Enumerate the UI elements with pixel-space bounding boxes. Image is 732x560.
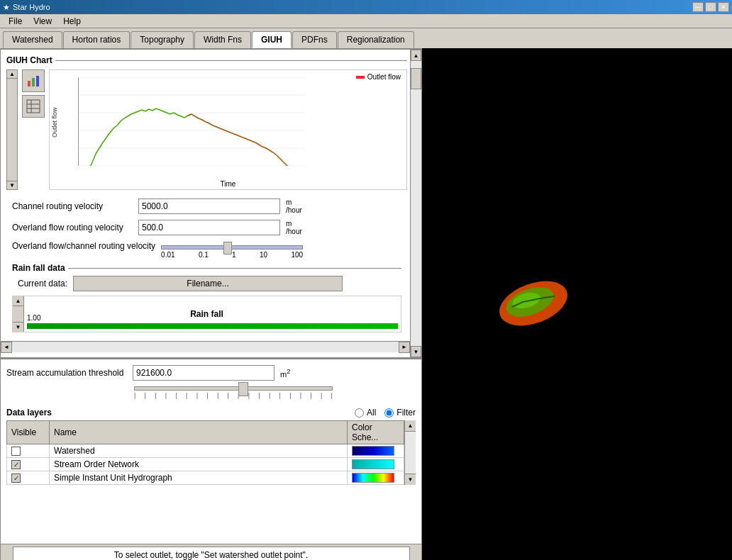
channel-routing-input[interactable] (138, 198, 280, 214)
rainfall-bar-label: Rain fall (190, 309, 223, 319)
rainfall-scroll-down[interactable]: ▼ (13, 322, 23, 332)
table-row: ✓ Stream Order Network (7, 458, 404, 471)
h-scroll-left[interactable]: ◄ (1, 342, 12, 353)
stream-slider-ticks: |||||||||||||||||||| (134, 392, 333, 399)
layers-table: Visible Name Color Sche... Watershed (6, 420, 404, 485)
scrollbar-up-btn[interactable]: ▲ (411, 50, 421, 61)
current-data-label: Current data: (18, 279, 67, 289)
rainfall-scroll-arrows: ▲ ▼ (13, 296, 24, 332)
giuh-chart-title: GIUH Chart (6, 55, 407, 65)
tab-topography[interactable]: Topography (131, 31, 194, 48)
chart-bar-icon[interactable] (22, 69, 45, 92)
stream-input[interactable] (133, 365, 274, 381)
bottom-section: Stream accumulation threshold m2 |||||||… (1, 359, 421, 560)
filename-button[interactable]: Filename... (73, 276, 343, 291)
chart-sidebar (21, 69, 46, 190)
menu-file[interactable]: File (3, 15, 28, 28)
radio-filter-input[interactable] (384, 408, 394, 418)
col-name: Name (50, 421, 348, 444)
overland-slider-thumb[interactable] (223, 242, 232, 254)
scrollbar-track[interactable] (411, 61, 421, 346)
status-bar: To select outlet, toggle "Set watershed … (1, 544, 421, 560)
stream-label: Stream accumulation threshold (6, 368, 127, 378)
close-button[interactable]: ✕ (718, 2, 729, 12)
color-swatch-stream (352, 459, 394, 469)
color-cell-3 (348, 471, 404, 485)
giuh-section: GIUH Chart ▲ ▼ (1, 50, 421, 341)
title-bar: ★ Star Hydro — □ ✕ (0, 0, 732, 14)
svg-rect-1 (32, 78, 35, 86)
svg-text:2: 2 (189, 174, 193, 180)
minimize-button[interactable]: — (692, 2, 704, 12)
radio-all[interactable]: All (355, 408, 376, 418)
visible-cell-3[interactable]: ✓ (7, 471, 50, 485)
radio-filter[interactable]: Filter (384, 408, 416, 418)
stream-row: Stream accumulation threshold m2 (6, 365, 416, 381)
right-scrollbar[interactable]: ▲ ▼ (410, 50, 421, 357)
stream-slider-thumb[interactable] (238, 382, 248, 396)
checkbox-siuh[interactable]: ✓ (11, 474, 21, 483)
radio-all-input[interactable] (355, 408, 364, 418)
scrollbar-thumb[interactable] (411, 68, 421, 89)
current-data-row: Current data: Filename... (12, 273, 401, 294)
scrollbar-down-btn[interactable]: ▼ (411, 346, 421, 357)
stream-section: Stream accumulation threshold m2 |||||||… (1, 359, 421, 405)
menu-view[interactable]: View (28, 15, 57, 28)
main-layout: ▲ ▼ GIUH Chart ▲ ▼ (0, 48, 732, 560)
menu-help[interactable]: Help (57, 15, 87, 28)
svg-rect-2 (36, 76, 39, 86)
tab-bar: Watershed Horton ratios Topography Width… (0, 28, 732, 48)
overland-routing-input[interactable] (138, 220, 280, 235)
overland-routing-unit: m /hour (286, 220, 302, 235)
h-scroll-track[interactable] (12, 342, 399, 352)
checkbox-watershed[interactable] (11, 447, 21, 456)
overland-channel-slider-area: 0.01 0.1 1 10 100 (161, 241, 303, 259)
menu-bar: File View Help (0, 14, 732, 28)
overland-slider-track[interactable] (161, 245, 303, 250)
stream-unit: m2 (280, 368, 290, 379)
radio-group: All Filter (355, 408, 416, 418)
checkbox-stream-order[interactable]: ✓ (11, 460, 21, 469)
table-scroll-track[interactable] (405, 432, 416, 474)
chart-scroll-down[interactable]: ▼ (7, 181, 17, 189)
table-scroll-up[interactable]: ▲ (405, 420, 416, 432)
overland-channel-row: Overland flow/channel routing velocity 0… (6, 238, 407, 262)
color-swatch-watershed (352, 446, 394, 456)
tab-pdfns[interactable]: PDFns (292, 31, 337, 48)
rainfall-scale-label: 1.00 (27, 314, 40, 322)
tab-horton-ratios[interactable]: Horton ratios (63, 31, 131, 48)
table-row: Watershed (7, 444, 404, 458)
chart-legend: Outlet flow (356, 73, 401, 81)
visible-cell-2[interactable]: ✓ (7, 458, 50, 471)
maximize-button[interactable]: □ (705, 2, 716, 12)
tab-width-fns[interactable]: Width Fns (194, 31, 251, 48)
data-layers-title: Data layers (6, 408, 52, 418)
chart-table-icon[interactable] (22, 95, 45, 118)
rainfall-scroll-up[interactable]: ▲ (13, 296, 23, 306)
tab-giuh[interactable]: GIUH (252, 31, 292, 48)
svg-rect-0 (28, 81, 30, 86)
svg-text:4: 4 (289, 174, 292, 180)
name-cell-2: Stream Order Network (50, 458, 348, 471)
tab-regionalization[interactable]: Regionalization (338, 31, 414, 48)
overland-routing-row: Overland flow routing velocity m /hour (6, 217, 407, 238)
rainfall-section: Rain fall data Current data: Filename...… (6, 262, 407, 335)
table-scroll-down[interactable]: ▼ (405, 474, 416, 485)
tab-watershed[interactable]: Watershed (3, 31, 62, 48)
rainfall-green-bar (27, 323, 398, 329)
x-axis-label: Time (50, 180, 406, 188)
status-message: To select outlet, toggle "Set watershed … (13, 547, 410, 561)
color-cell-1 (348, 444, 404, 458)
app-icon: ★ (3, 3, 10, 12)
visible-cell-1[interactable] (7, 444, 50, 458)
y-axis-label: Outlet flow (51, 70, 58, 175)
svg-rect-3 (27, 100, 40, 113)
chart-scroll-up[interactable]: ▲ (7, 70, 17, 79)
rainfall-title: Rain fall data (12, 263, 401, 273)
svg-text:1: 1 (133, 174, 136, 180)
top-section[interactable]: ▲ ▼ GIUH Chart ▲ ▼ (1, 50, 421, 359)
col-color: Color Sche... (348, 421, 404, 444)
stream-slider-track[interactable] (134, 386, 333, 391)
h-scroll-right[interactable]: ► (399, 342, 410, 353)
chart-area: ▲ ▼ (6, 69, 407, 190)
